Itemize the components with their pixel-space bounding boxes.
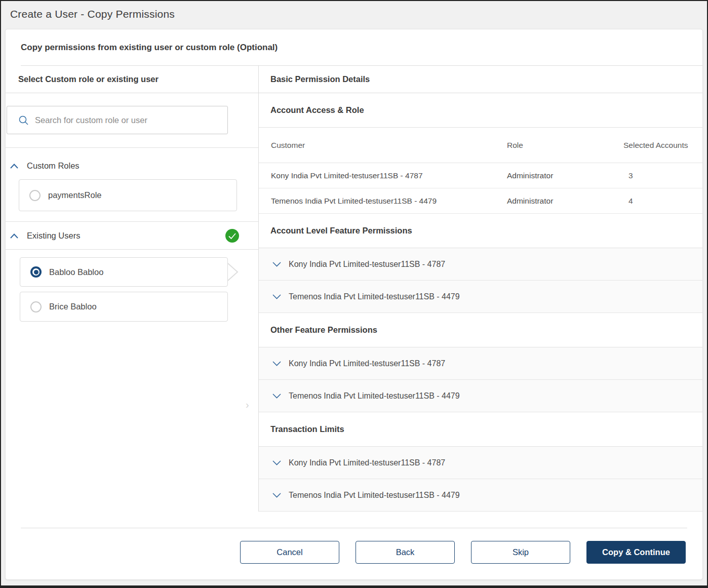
custom-roles-section: Custom Roles paymentsRole xyxy=(6,148,258,222)
permission-details-panel: Basic Permission Details Account Access … xyxy=(259,66,702,512)
check-icon xyxy=(228,232,237,240)
radio-babloo-babloo[interactable] xyxy=(30,266,42,278)
column-customer: Customer xyxy=(271,141,507,150)
expandable-row-label: Temenos India Pvt Limited-testuser11SB -… xyxy=(289,491,460,500)
selected-item-arrow-icon xyxy=(226,262,240,282)
account-access-table-header: Customer Role Selected Accounts xyxy=(259,128,702,163)
copy-continue-button[interactable]: Copy & Continue xyxy=(586,541,686,564)
chevron-down-icon xyxy=(272,294,281,299)
expandable-row[interactable]: Temenos India Pvt Limited-testuser11SB -… xyxy=(259,479,702,512)
panel-resize-caret-icon[interactable]: › xyxy=(246,399,249,411)
radio-brice-babloo[interactable] xyxy=(30,301,42,312)
column-role: Role xyxy=(507,141,623,150)
cell-role: Administrator xyxy=(507,197,623,206)
chevron-down-icon xyxy=(272,361,281,366)
existing-users-header: Existing Users xyxy=(6,222,258,250)
section-title-account-level-features: Account Level Feature Permissions xyxy=(259,214,702,248)
existing-users-label: Existing Users xyxy=(27,231,80,241)
section-title-other-features: Other Feature Permissions xyxy=(259,313,702,347)
copy-permissions-card: Copy permissions from existing user or c… xyxy=(5,29,703,580)
expandable-row-label: Temenos India Pvt Limited-testuser11SB -… xyxy=(289,391,460,401)
custom-role-option-label: paymentsRole xyxy=(48,190,101,200)
table-row: Temenos India Pvt Limited-testuser11SB -… xyxy=(259,188,702,214)
expandable-row[interactable]: Kony India Pvt Limited-testuser11SB - 47… xyxy=(259,347,702,380)
cell-selected-accounts: 3 xyxy=(623,171,690,180)
back-button[interactable]: Back xyxy=(356,541,455,564)
cell-role: Administrator xyxy=(507,171,623,180)
expandable-row-label: Kony India Pvt Limited-testuser11SB - 47… xyxy=(289,458,445,467)
check-circle-icon xyxy=(225,229,239,243)
expandable-row-label: Kony India Pvt Limited-testuser11SB - 47… xyxy=(289,359,445,368)
custom-roles-label: Custom Roles xyxy=(27,161,80,171)
expandable-row[interactable]: Kony India Pvt Limited-testuser11SB - 47… xyxy=(259,248,702,281)
radio-paymentsrole[interactable] xyxy=(29,190,41,201)
footer: Cancel Back Skip Copy & Continue xyxy=(6,528,702,564)
expandable-row-label: Kony India Pvt Limited-testuser11SB - 47… xyxy=(289,260,445,269)
right-panel-title: Basic Permission Details xyxy=(259,66,702,93)
search-box[interactable] xyxy=(7,106,228,134)
chevron-down-icon xyxy=(272,460,281,465)
chevron-down-icon xyxy=(272,394,281,399)
card-heading: Copy permissions from existing user or c… xyxy=(6,29,702,66)
section-title-transaction-limits: Transaction Limits xyxy=(259,412,702,447)
cancel-button[interactable]: Cancel xyxy=(240,541,339,564)
chevron-down-icon xyxy=(272,262,281,267)
custom-roles-toggle[interactable]: Custom Roles xyxy=(6,161,258,171)
page-title: Create a User - Copy Permissions xyxy=(1,1,707,29)
table-row: Kony India Pvt Limited-testuser11SB - 47… xyxy=(259,163,702,188)
existing-users-toggle[interactable]: Existing Users xyxy=(6,231,225,241)
expandable-row[interactable]: Temenos India Pvt Limited-testuser11SB -… xyxy=(259,380,702,412)
left-panel-title: Select Custom role or existing user xyxy=(6,66,258,93)
existing-user-option[interactable]: Brice Babloo xyxy=(20,292,228,322)
search-icon xyxy=(18,115,29,126)
cell-customer: Kony India Pvt Limited-testuser11SB - 47… xyxy=(271,171,507,180)
search-input[interactable] xyxy=(35,115,227,125)
custom-role-option[interactable]: paymentsRole xyxy=(19,179,237,211)
skip-button[interactable]: Skip xyxy=(471,541,570,564)
select-role-panel: Select Custom role or existing user Cust… xyxy=(6,66,259,512)
expandable-row[interactable]: Kony India Pvt Limited-testuser11SB - 47… xyxy=(259,447,702,479)
cell-selected-accounts: 4 xyxy=(623,197,690,206)
chevron-up-icon xyxy=(10,164,18,169)
cell-customer: Temenos India Pvt Limited-testuser11SB -… xyxy=(271,197,507,206)
section-title-account-access: Account Access & Role xyxy=(259,93,702,128)
existing-user-option-label: Babloo Babloo xyxy=(49,267,103,277)
existing-user-option-label: Brice Babloo xyxy=(49,302,97,311)
expandable-row[interactable]: Temenos India Pvt Limited-testuser11SB -… xyxy=(259,281,702,313)
chevron-up-icon xyxy=(10,233,18,239)
chevron-down-icon xyxy=(272,493,281,498)
panels-container: Select Custom role or existing user Cust… xyxy=(6,66,702,512)
column-selected-accounts: Selected Accounts xyxy=(623,141,690,150)
expandable-row-label: Temenos India Pvt Limited-testuser11SB -… xyxy=(289,292,460,301)
existing-user-option-selected[interactable]: Babloo Babloo xyxy=(20,257,228,287)
search-block xyxy=(6,93,258,148)
footer-buttons: Cancel Back Skip Copy & Continue xyxy=(6,528,702,564)
